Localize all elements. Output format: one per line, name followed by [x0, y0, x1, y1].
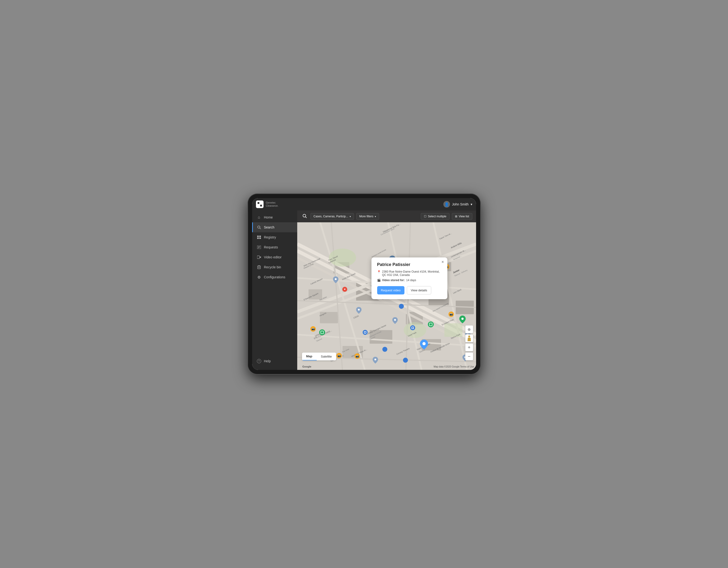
svg-rect-0	[257, 202, 260, 204]
select-multiple-button[interactable]: ☐ Select multiple	[421, 213, 450, 220]
street-view-button[interactable]	[465, 334, 473, 342]
svg-rect-9	[259, 237, 261, 239]
zoom-in-button[interactable]: +	[465, 343, 473, 351]
sidebar-item-configurations[interactable]: ⚙ Configurations	[252, 272, 297, 282]
svg-point-52	[403, 322, 426, 338]
search-icon	[257, 225, 261, 229]
sidebar-label-home: Home	[264, 215, 273, 219]
view-list-button[interactable]: ⊞ View list	[452, 213, 472, 220]
video-icon: 🎬	[377, 279, 381, 282]
popup-close-button[interactable]: ×	[441, 260, 444, 264]
filter-dropdown-arrow: ▾	[350, 215, 351, 218]
grid-icon: ⊞	[455, 215, 457, 218]
sidebar-label-video-editor: Video editor	[264, 255, 282, 259]
sidebar-bottom: ? Help	[252, 354, 297, 368]
request-video-button[interactable]: Request video	[377, 286, 404, 294]
sidebar-label-help: Help	[264, 359, 271, 363]
svg-text:📷: 📷	[337, 354, 341, 357]
sidebar-label-search: Search	[264, 225, 274, 229]
map-toolbar: Cases, Cameras, Particip... ▾ More filte…	[297, 210, 476, 222]
svg-point-128	[394, 319, 396, 321]
logo-area: Genetec Clearance.	[256, 200, 278, 208]
svg-point-117	[382, 347, 387, 352]
svg-marker-15	[260, 256, 261, 258]
help-icon: ?	[257, 359, 261, 363]
user-menu[interactable]: 👤 John Smith ▾	[443, 201, 472, 208]
recycle-bin-icon	[257, 265, 261, 269]
video-editor-icon	[257, 255, 261, 259]
sidebar-item-recycle-bin[interactable]: Recycle bin	[252, 262, 297, 272]
map-area[interactable]: Cases, Cameras, Particip... ▾ More filte…	[297, 210, 476, 370]
compass-button[interactable]: ⊕	[465, 325, 473, 333]
svg-point-126	[335, 278, 337, 280]
svg-point-22	[303, 214, 306, 217]
app-name: Genetec Clearance.	[266, 201, 278, 207]
svg-rect-3	[260, 205, 262, 207]
user-dropdown-arrow: ▾	[471, 202, 472, 206]
map-type-map[interactable]: Map	[302, 353, 317, 360]
sidebar-item-home[interactable]: ⌂ Home	[252, 212, 297, 222]
sidebar-item-search[interactable]: Search	[252, 222, 297, 232]
more-filters-arrow: ▾	[375, 215, 376, 218]
map-type-selector: Map Satellite	[302, 353, 336, 360]
map-type-satellite[interactable]: Satellite	[317, 353, 336, 360]
sidebar-item-requests[interactable]: Requests	[252, 242, 297, 252]
svg-point-133	[422, 342, 425, 345]
svg-point-127	[358, 309, 360, 311]
svg-text:♥: ♥	[344, 288, 346, 291]
svg-rect-115	[412, 327, 413, 329]
more-filters-button[interactable]: More filters ▾	[356, 213, 379, 220]
app-logo-icon	[256, 200, 264, 208]
main-content: ⌂ Home Search	[252, 210, 476, 370]
svg-text:📷: 📷	[355, 354, 359, 358]
popup-actions: Request video View details	[377, 286, 442, 294]
svg-line-5	[260, 228, 261, 229]
user-avatar: 👤	[443, 201, 450, 208]
svg-rect-7	[257, 237, 259, 239]
sidebar-item-help[interactable]: ? Help	[252, 356, 297, 366]
popup-title: Patrice Patissier	[377, 262, 442, 267]
sidebar: ⌂ Home Search	[252, 210, 297, 370]
map-search-button[interactable]	[301, 212, 308, 221]
svg-point-119	[428, 321, 434, 327]
location-pin-icon: 📍	[377, 270, 381, 274]
user-name: John Smith	[452, 202, 468, 206]
cases-filter-button[interactable]: Cases, Cameras, Particip... ▾	[311, 213, 354, 220]
svg-point-116	[399, 304, 404, 309]
svg-point-118	[403, 358, 408, 363]
svg-point-132	[461, 318, 464, 320]
sidebar-label-requests: Requests	[264, 245, 278, 249]
svg-point-129	[374, 358, 376, 360]
sidebar-item-registry[interactable]: Registry	[252, 232, 297, 242]
svg-point-121	[319, 329, 325, 335]
sidebar-label-configurations: Configurations	[264, 275, 285, 279]
map-controls: ⊕ + −	[465, 325, 473, 360]
sidebar-item-video-editor[interactable]: Video editor	[252, 252, 297, 262]
zoom-out-button[interactable]: −	[465, 352, 473, 360]
toolbar-right: ☐ Select multiple ⊞ View list	[421, 213, 472, 220]
svg-text:📷: 📷	[450, 312, 453, 316]
svg-rect-1	[260, 202, 262, 204]
home-icon: ⌂	[257, 215, 261, 219]
registry-icon	[257, 235, 261, 239]
requests-icon	[257, 245, 261, 249]
map-attribution: Map data ©2020 Google Terms of Use	[434, 365, 474, 368]
configurations-icon: ⚙	[257, 275, 261, 279]
svg-line-23	[306, 217, 306, 218]
location-popup: × Patrice Patissier 📍 2360 Rue Notre-Dam…	[371, 257, 447, 299]
google-logo: Google	[302, 365, 311, 368]
top-bar: Genetec Clearance. 👤 John Smith ▾	[252, 198, 476, 210]
svg-rect-6	[257, 236, 259, 237]
svg-rect-2	[257, 205, 260, 207]
svg-point-134	[468, 335, 470, 337]
checkbox-icon: ☐	[424, 215, 427, 218]
view-details-button[interactable]: View details	[407, 286, 431, 294]
sidebar-label-recycle-bin: Recycle bin	[264, 265, 281, 269]
sidebar-label-registry: Registry	[264, 235, 276, 239]
popup-video-info: 🎬 Video stored for: 14 days	[377, 279, 442, 282]
svg-rect-112	[364, 332, 366, 333]
map-background[interactable]: Parc David Lefebvre Dépanneur Bob-Fa... …	[297, 222, 476, 370]
popup-address: 📍 2360 Rue Notre-Dame Ouest #104, Montré…	[377, 270, 442, 277]
svg-rect-14	[257, 256, 260, 259]
svg-text:📷: 📷	[311, 327, 315, 331]
